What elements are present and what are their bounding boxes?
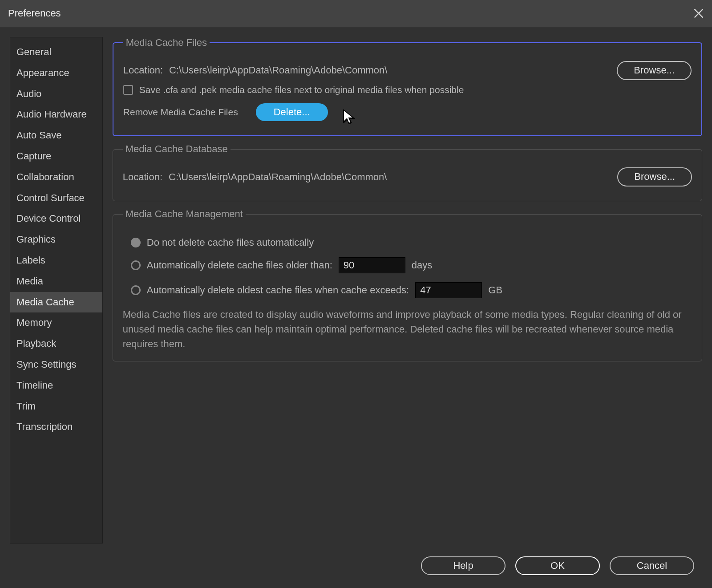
sidebar-item-appearance[interactable]: Appearance <box>10 63 102 84</box>
mcm-opt-age-input[interactable] <box>339 257 405 273</box>
sidebar-item-collaboration[interactable]: Collaboration <box>10 167 102 188</box>
sidebar-item-general[interactable]: General <box>10 42 102 63</box>
mcd-location-value: C:\Users\leirp\AppData\Roaming\Adobe\Com… <box>169 171 611 183</box>
sidebar-item-media-cache[interactable]: Media Cache <box>10 292 102 313</box>
cursor-icon <box>342 109 356 127</box>
mcm-opt-age-suffix: days <box>412 260 432 271</box>
media-cache-files-legend: Media Cache Files <box>123 37 210 49</box>
sidebar-item-memory[interactable]: Memory <box>10 312 102 333</box>
mcf-browse-button[interactable]: Browse... <box>617 61 692 80</box>
close-icon[interactable] <box>692 7 705 20</box>
sidebar-item-transcription[interactable]: Transcription <box>10 417 102 438</box>
mcm-opt-size-radio[interactable] <box>131 285 141 295</box>
mcm-opt-age-label: Automatically delete cache files older t… <box>147 260 332 271</box>
sidebar-item-device-control[interactable]: Device Control <box>10 208 102 229</box>
help-button[interactable]: Help <box>421 556 506 576</box>
sidebar-item-audio-hardware[interactable]: Audio Hardware <box>10 104 102 125</box>
sidebar: GeneralAppearanceAudioAudio HardwareAuto… <box>10 37 103 543</box>
sidebar-item-labels[interactable]: Labels <box>10 250 102 271</box>
sidebar-item-graphics[interactable]: Graphics <box>10 229 102 250</box>
mcm-opt-size-suffix: GB <box>488 284 502 296</box>
sidebar-item-timeline[interactable]: Timeline <box>10 375 102 396</box>
mcm-legend: Media Cache Management <box>123 208 246 220</box>
sidebar-item-sync-settings[interactable]: Sync Settings <box>10 354 102 375</box>
dialog-body: GeneralAppearanceAudioAudio HardwareAuto… <box>0 27 712 543</box>
sidebar-item-media[interactable]: Media <box>10 271 102 292</box>
titlebar: Preferences <box>0 0 712 27</box>
sidebar-item-audio[interactable]: Audio <box>10 84 102 105</box>
dialog-footer: Help OK Cancel <box>0 543 712 588</box>
mcf-location-label: Location: <box>123 65 163 76</box>
media-cache-files-group: Media Cache Files Location: C:\Users\lei… <box>113 37 702 136</box>
cancel-button[interactable]: Cancel <box>610 556 694 576</box>
media-cache-database-group: Media Cache Database Location: C:\Users\… <box>113 143 702 201</box>
mcm-opt-none-radio[interactable] <box>131 238 141 247</box>
mcm-opt-age-radio[interactable] <box>131 260 141 270</box>
ok-button[interactable]: OK <box>515 556 600 576</box>
mcm-help-text: Media Cache files are created to display… <box>123 307 692 351</box>
mcm-opt-size-input[interactable] <box>415 282 482 298</box>
mcf-remove-label: Remove Media Cache Files <box>123 107 238 118</box>
mcd-browse-button[interactable]: Browse... <box>617 167 692 187</box>
mcd-legend: Media Cache Database <box>123 143 231 155</box>
mcm-opt-size-label: Automatically delete oldest cache files … <box>147 284 409 296</box>
window-title: Preferences <box>8 8 61 19</box>
mcd-location-label: Location: <box>123 171 162 183</box>
preferences-window: Preferences GeneralAppearanceAudioAudio … <box>0 0 712 588</box>
mcf-save-checkbox[interactable] <box>123 85 133 95</box>
sidebar-item-auto-save[interactable]: Auto Save <box>10 125 102 146</box>
media-cache-management-group: Media Cache Management Do not delete cac… <box>113 208 702 361</box>
main-panel: Media Cache Files Location: C:\Users\lei… <box>113 37 702 543</box>
sidebar-item-playback[interactable]: Playback <box>10 333 102 354</box>
sidebar-item-capture[interactable]: Capture <box>10 146 102 167</box>
sidebar-item-control-surface[interactable]: Control Surface <box>10 188 102 209</box>
mcf-delete-button[interactable]: Delete... <box>256 103 328 122</box>
mcm-opt-none-label: Do not delete cache files automatically <box>147 237 314 248</box>
mcf-location-value: C:\Users\leirp\AppData\Roaming\Adobe\Com… <box>169 65 611 76</box>
sidebar-item-trim[interactable]: Trim <box>10 396 102 417</box>
mcf-save-checkbox-label: Save .cfa and .pek media cache files nex… <box>139 85 464 95</box>
